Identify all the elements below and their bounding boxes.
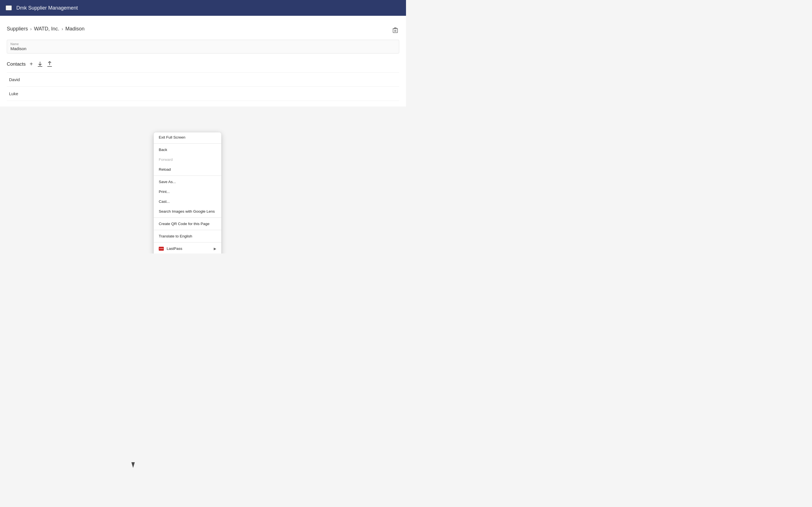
context-menu-back[interactable]: Back	[154, 145, 221, 155]
context-menu-cast[interactable]: Cast...	[154, 196, 221, 207]
forward-label: Forward	[159, 158, 173, 162]
context-menu-exit-fullscreen[interactable]: Exit Full Screen	[154, 132, 221, 142]
save-as-label: Save As...	[159, 180, 176, 184]
context-menu-overlay: Exit Full Screen Back Forward Reload Sav…	[0, 0, 406, 253]
lastpass-dots	[160, 248, 163, 249]
cast-label: Cast...	[159, 200, 170, 204]
lastpass-submenu-arrow: ▶	[214, 247, 216, 251]
exit-fullscreen-label: Exit Full Screen	[159, 135, 186, 139]
context-menu-create-qr[interactable]: Create QR Code for this Page	[154, 219, 221, 229]
lastpass-dot-1	[160, 248, 160, 249]
context-menu-lastpass[interactable]: LastPass ▶	[154, 244, 221, 253]
context-menu-reload[interactable]: Reload	[154, 165, 221, 174]
print-label: Print...	[159, 189, 170, 194]
context-menu-divider-2	[154, 175, 221, 176]
reload-label: Reload	[159, 167, 171, 172]
context-menu: Exit Full Screen Back Forward Reload Sav…	[154, 132, 221, 253]
lastpass-dot-3	[162, 248, 163, 249]
create-qr-label: Create QR Code for this Page	[159, 222, 209, 226]
context-menu-divider-5	[154, 242, 221, 242]
context-menu-search-images[interactable]: Search Images with Google Lens	[154, 207, 221, 216]
context-menu-translate[interactable]: Translate to English	[154, 231, 221, 241]
context-menu-divider-4	[154, 230, 221, 230]
context-menu-save-as[interactable]: Save As...	[154, 177, 221, 187]
lastpass-label: LastPass	[167, 246, 183, 251]
lastpass-dot-2	[161, 248, 162, 249]
search-images-label: Search Images with Google Lens	[159, 209, 215, 214]
context-menu-print[interactable]: Print...	[154, 187, 221, 196]
lastpass-icon	[159, 247, 164, 251]
translate-label: Translate to English	[159, 234, 192, 238]
context-menu-forward: Forward	[154, 155, 221, 165]
context-menu-divider-3	[154, 217, 221, 218]
back-label: Back	[159, 148, 167, 152]
